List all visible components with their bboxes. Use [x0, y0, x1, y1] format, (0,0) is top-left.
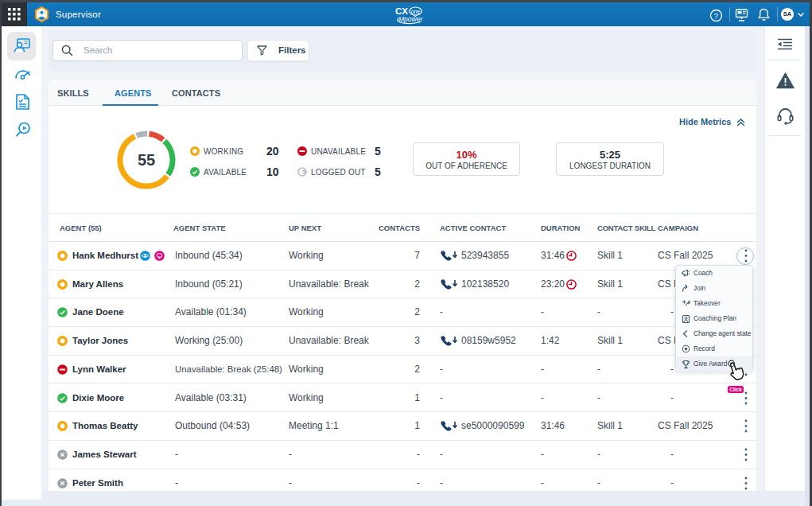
svg-text:55: 55	[138, 151, 155, 169]
svg-text:?: ?	[714, 11, 718, 20]
svg-text:one: one	[411, 9, 421, 14]
